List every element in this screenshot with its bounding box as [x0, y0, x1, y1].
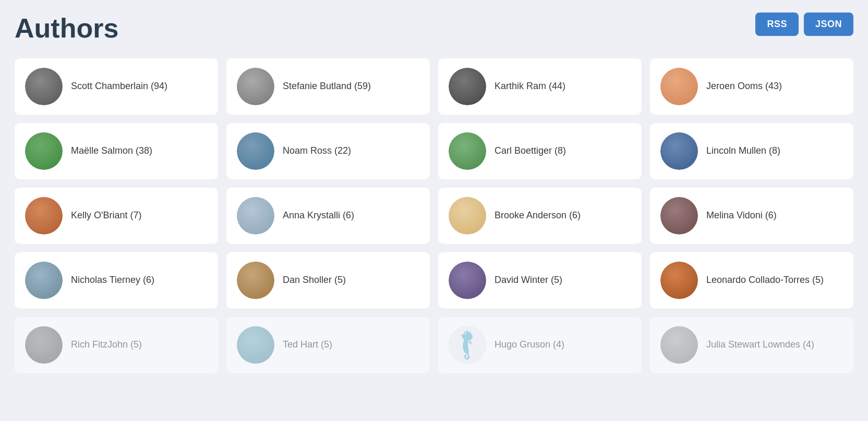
- author-avatar-hugo-gruson: [449, 326, 486, 364]
- author-avatar-scott-chamberlain: [25, 68, 63, 105]
- author-avatar-kelly-obriant: [25, 197, 63, 234]
- author-avatar-carl-boettiger: [449, 132, 486, 170]
- page-header: Authors RSS JSON: [15, 13, 853, 44]
- author-name-noam-ross: Noam Ross (22): [283, 145, 351, 157]
- author-card-lincoln-mullen[interactable]: Lincoln Mullen (8): [650, 123, 853, 179]
- author-name-anna-krystalli: Anna Krystalli (6): [283, 209, 354, 221]
- author-card-noam-ross[interactable]: Noam Ross (22): [226, 123, 430, 179]
- author-name-stefanie-butland: Stefanie Butland (59): [283, 80, 371, 92]
- author-avatar-lincoln-mullen: [660, 132, 698, 170]
- author-name-ted-hart: Ted Hart (5): [283, 339, 332, 351]
- author-name-carl-boettiger: Carl Boettiger (8): [495, 145, 566, 157]
- author-card-jeroen-ooms[interactable]: Jeroen Ooms (43): [650, 58, 853, 115]
- rss-button[interactable]: RSS: [755, 13, 799, 36]
- author-card-anna-krystalli[interactable]: Anna Krystalli (6): [226, 188, 430, 244]
- author-name-dan-sholler: Dan Sholler (5): [283, 274, 346, 286]
- author-name-kelly-obriant: Kelly O'Briant (7): [71, 209, 141, 221]
- author-avatar-dan-sholler: [237, 262, 274, 299]
- authors-grid: Scott Chamberlain (94)Stefanie Butland (…: [15, 58, 853, 373]
- author-name-lincoln-mullen: Lincoln Mullen (8): [706, 145, 780, 157]
- author-card-julia-stewart-lowndes[interactable]: Julia Stewart Lowndes (4): [650, 317, 853, 373]
- author-card-stefanie-butland[interactable]: Stefanie Butland (59): [226, 58, 430, 115]
- author-name-hugo-gruson: Hugo Gruson (4): [495, 339, 564, 351]
- author-card-leonardo-collado-torres[interactable]: Leonardo Collado-Torres (5): [650, 252, 853, 308]
- author-card-brooke-anderson[interactable]: Brooke Anderson (6): [438, 188, 642, 244]
- author-name-nicholas-tierney: Nicholas Tierney (6): [71, 274, 154, 286]
- json-button[interactable]: JSON: [804, 13, 853, 36]
- author-card-maelle-salmon[interactable]: Maëlle Salmon (38): [15, 123, 218, 179]
- author-card-melina-vidoni[interactable]: Melina Vidoni (6): [650, 188, 853, 244]
- author-card-karthik-ram[interactable]: Karthik Ram (44): [438, 58, 642, 115]
- author-name-scott-chamberlain: Scott Chamberlain (94): [71, 80, 167, 92]
- author-name-brooke-anderson: Brooke Anderson (6): [495, 209, 581, 221]
- author-name-rich-fitzjohn: Rich FitzJohn (5): [71, 339, 142, 351]
- author-name-david-winter: David Winter (5): [495, 274, 562, 286]
- author-card-kelly-obriant[interactable]: Kelly O'Briant (7): [15, 188, 218, 244]
- author-avatar-karthik-ram: [449, 68, 486, 105]
- author-avatar-melina-vidoni: [660, 197, 698, 234]
- author-name-leonardo-collado-torres: Leonardo Collado-Torres (5): [706, 274, 824, 286]
- author-avatar-brooke-anderson: [449, 197, 486, 234]
- author-card-carl-boettiger[interactable]: Carl Boettiger (8): [438, 123, 642, 179]
- author-avatar-julia-stewart-lowndes: [660, 326, 698, 364]
- author-card-scott-chamberlain[interactable]: Scott Chamberlain (94): [15, 58, 218, 115]
- author-name-maelle-salmon: Maëlle Salmon (38): [71, 145, 152, 157]
- author-avatar-stefanie-butland: [237, 68, 274, 105]
- author-avatar-nicholas-tierney: [25, 262, 63, 299]
- author-card-ted-hart[interactable]: Ted Hart (5): [226, 317, 430, 373]
- author-name-karthik-ram: Karthik Ram (44): [495, 80, 565, 92]
- header-buttons: RSS JSON: [755, 13, 853, 36]
- author-name-melina-vidoni: Melina Vidoni (6): [706, 209, 777, 221]
- author-avatar-anna-krystalli: [237, 197, 274, 234]
- author-card-nicholas-tierney[interactable]: Nicholas Tierney (6): [15, 252, 218, 308]
- author-avatar-leonardo-collado-torres: [660, 262, 698, 299]
- svg-point-5: [461, 335, 466, 337]
- author-avatar-rich-fitzjohn: [25, 326, 63, 364]
- author-card-rich-fitzjohn[interactable]: Rich FitzJohn (5): [15, 317, 218, 373]
- author-avatar-ted-hart: [237, 326, 274, 364]
- author-card-david-winter[interactable]: David Winter (5): [438, 252, 642, 308]
- author-card-hugo-gruson[interactable]: Hugo Gruson (4): [438, 317, 642, 373]
- svg-point-4: [466, 333, 467, 335]
- author-avatar-maelle-salmon: [25, 132, 63, 170]
- author-name-jeroen-ooms: Jeroen Ooms (43): [706, 80, 782, 92]
- author-name-julia-stewart-lowndes: Julia Stewart Lowndes (4): [706, 339, 814, 351]
- author-avatar-noam-ross: [237, 132, 274, 170]
- author-card-dan-sholler[interactable]: Dan Sholler (5): [226, 252, 430, 308]
- author-avatar-david-winter: [449, 262, 486, 299]
- author-avatar-jeroen-ooms: [660, 68, 698, 105]
- page-title: Authors: [15, 13, 118, 44]
